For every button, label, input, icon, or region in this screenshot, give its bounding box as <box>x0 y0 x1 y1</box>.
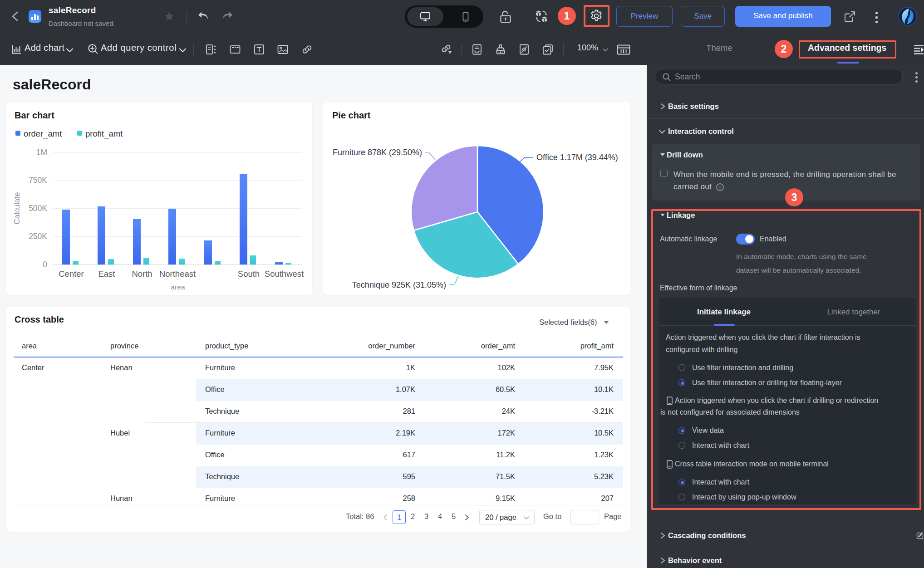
svg-text:Northeast: Northeast <box>159 269 196 279</box>
svg-text:Southwest: Southwest <box>265 269 304 279</box>
svg-text:750K: 750K <box>29 176 47 185</box>
svg-text:East: East <box>98 269 115 279</box>
svg-text:South: South <box>238 269 260 279</box>
svg-text:Technique 925K (31.05%): Technique 925K (31.05%) <box>352 280 446 289</box>
svg-text:order_amt: order_amt <box>24 129 62 139</box>
svg-text:0: 0 <box>43 260 47 269</box>
svg-text:Calculate: Calculate <box>13 192 21 225</box>
svg-text:1M: 1M <box>36 148 47 157</box>
svg-text:250K: 250K <box>29 232 47 241</box>
svg-text:profit_amt: profit_amt <box>85 129 123 139</box>
svg-text:Center: Center <box>59 269 84 279</box>
svg-text:Office 1.17M (39.44%): Office 1.17M (39.44%) <box>536 153 618 162</box>
svg-text:Furniture 878K (29.50%): Furniture 878K (29.50%) <box>333 148 422 157</box>
svg-text:area: area <box>171 283 185 291</box>
svg-text:North: North <box>132 269 152 279</box>
svg-text:500K: 500K <box>29 204 47 213</box>
